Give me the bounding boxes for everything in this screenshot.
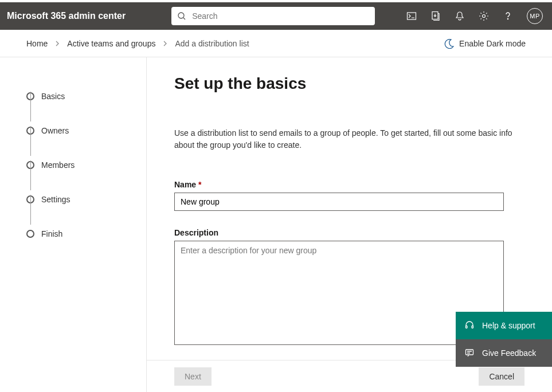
moon-icon bbox=[444, 38, 455, 49]
help-label: Help & support bbox=[482, 321, 535, 330]
step-settings[interactable]: Settings bbox=[26, 182, 146, 217]
app-brand: Microsoft 365 admin center bbox=[7, 11, 126, 21]
step-label: Owners bbox=[41, 126, 69, 135]
page-description: Use a distribution list to send emails t… bbox=[174, 127, 512, 151]
sub-header: Home Active teams and groups Add a distr… bbox=[0, 30, 552, 57]
crumb-home[interactable]: Home bbox=[26, 39, 48, 48]
search-input[interactable] bbox=[171, 7, 375, 25]
svg-rect-2 bbox=[408, 13, 416, 19]
page-title: Set up the basics bbox=[174, 75, 524, 93]
step-label: Settings bbox=[41, 195, 71, 204]
search-icon bbox=[177, 11, 186, 21]
dark-mode-toggle[interactable]: Enable Dark mode bbox=[444, 38, 526, 49]
svg-rect-7 bbox=[472, 326, 473, 328]
chevron-right-icon bbox=[54, 41, 60, 46]
required-asterisk: * bbox=[198, 180, 201, 189]
feedback-icon bbox=[465, 348, 474, 358]
step-label: Basics bbox=[41, 92, 65, 101]
svg-point-0 bbox=[178, 13, 184, 18]
name-field[interactable] bbox=[174, 193, 504, 211]
step-basics[interactable]: Basics bbox=[26, 79, 146, 113]
download-icon[interactable] bbox=[430, 11, 441, 21]
step-finish[interactable]: Finish bbox=[26, 217, 146, 251]
header-actions: MP bbox=[406, 8, 543, 24]
headset-icon bbox=[465, 321, 474, 330]
step-label: Members bbox=[41, 160, 75, 170]
breadcrumb: Home Active teams and groups Add a distr… bbox=[26, 39, 249, 48]
bell-icon[interactable] bbox=[455, 11, 465, 21]
float-panel: Help & support Give Feedback bbox=[456, 312, 552, 367]
svg-line-1 bbox=[183, 18, 185, 19]
step-members[interactable]: Members bbox=[26, 148, 146, 182]
svg-rect-8 bbox=[466, 350, 473, 355]
cancel-button[interactable]: Cancel bbox=[479, 367, 524, 386]
description-field[interactable] bbox=[174, 241, 504, 345]
svg-point-4 bbox=[483, 15, 486, 18]
app-header: Microsoft 365 admin center MP bbox=[0, 2, 552, 30]
step-marker bbox=[26, 230, 34, 238]
avatar[interactable]: MP bbox=[527, 8, 543, 24]
help-support-button[interactable]: Help & support bbox=[456, 312, 552, 339]
next-button[interactable]: Next bbox=[174, 367, 212, 386]
description-label: Description bbox=[174, 228, 524, 237]
feedback-label: Give Feedback bbox=[482, 348, 536, 358]
wizard-steps: Basics Owners Members Settings Finish bbox=[0, 57, 147, 392]
dark-mode-label: Enable Dark mode bbox=[459, 39, 526, 48]
help-icon[interactable] bbox=[503, 11, 513, 21]
name-label: Name * bbox=[174, 180, 524, 189]
gear-icon[interactable] bbox=[479, 11, 489, 21]
search-container bbox=[171, 7, 375, 25]
chevron-right-icon bbox=[162, 41, 168, 46]
svg-rect-6 bbox=[466, 326, 468, 328]
step-label: Finish bbox=[41, 229, 62, 238]
step-owners[interactable]: Owners bbox=[26, 113, 146, 148]
svg-point-5 bbox=[507, 18, 508, 19]
crumb-add-list: Add a distribution list bbox=[175, 39, 249, 48]
crumb-active-teams[interactable]: Active teams and groups bbox=[67, 39, 155, 48]
shell-icon[interactable] bbox=[406, 11, 417, 21]
give-feedback-button[interactable]: Give Feedback bbox=[456, 339, 552, 367]
